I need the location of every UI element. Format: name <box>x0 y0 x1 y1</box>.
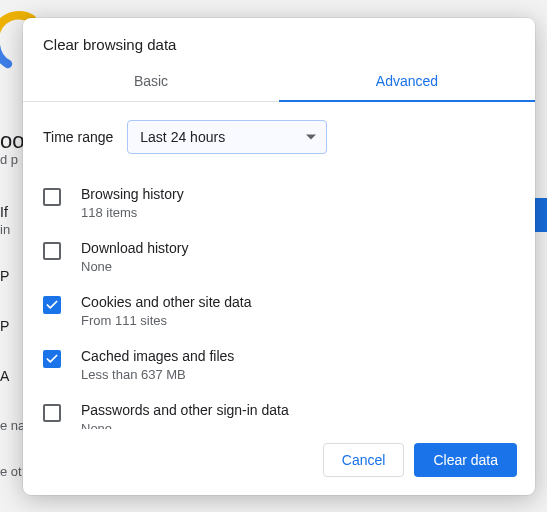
clear-browsing-data-dialog: Clear browsing data Basic Advanced Time … <box>23 18 535 495</box>
clear-data-button[interactable]: Clear data <box>414 443 517 477</box>
option-passwords: Passwords and other sign-in data None <box>43 392 515 429</box>
option-download-history: Download history None <box>43 230 515 284</box>
checkbox-cached[interactable] <box>43 350 61 368</box>
option-sub: None <box>81 259 188 274</box>
tab-basic[interactable]: Basic <box>23 63 279 101</box>
option-title: Download history <box>81 240 188 256</box>
option-title: Cached images and files <box>81 348 234 364</box>
chevron-down-icon <box>306 135 316 140</box>
option-title: Browsing history <box>81 186 184 202</box>
option-sub: From 111 sites <box>81 313 251 328</box>
option-title: Passwords and other sign-in data <box>81 402 289 418</box>
option-sub: Less than 637 MB <box>81 367 234 382</box>
option-cookies: Cookies and other site data From 111 sit… <box>43 284 515 338</box>
option-browsing-history: Browsing history 118 items <box>43 176 515 230</box>
tab-advanced[interactable]: Advanced <box>279 63 535 101</box>
dialog-footer: Cancel Clear data <box>23 429 535 495</box>
checkbox-passwords[interactable] <box>43 404 61 422</box>
time-range-select[interactable]: Last 24 hours <box>127 120 327 154</box>
checkbox-browsing-history[interactable] <box>43 188 61 206</box>
time-range-row: Time range Last 24 hours <box>43 120 515 154</box>
cancel-button[interactable]: Cancel <box>323 443 405 477</box>
checkbox-cookies[interactable] <box>43 296 61 314</box>
time-range-label: Time range <box>43 129 113 145</box>
dialog-tabs: Basic Advanced <box>23 63 535 102</box>
option-sub: None <box>81 421 289 429</box>
checkbox-download-history[interactable] <box>43 242 61 260</box>
option-sub: 118 items <box>81 205 184 220</box>
dialog-title: Clear browsing data <box>23 18 535 63</box>
time-range-value: Last 24 hours <box>140 129 225 145</box>
option-title: Cookies and other site data <box>81 294 251 310</box>
option-cached: Cached images and files Less than 637 MB <box>43 338 515 392</box>
dialog-body: Time range Last 24 hours Browsing histor… <box>23 102 535 429</box>
